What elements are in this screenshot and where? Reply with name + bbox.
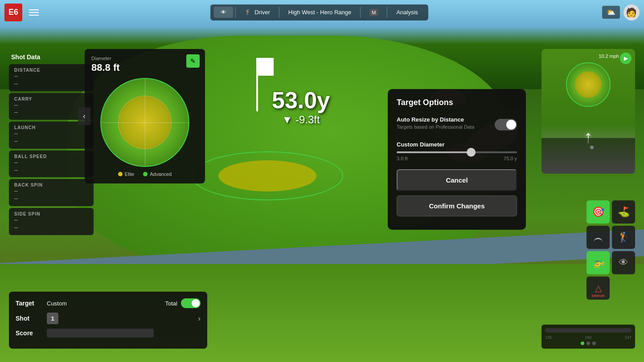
target-icon: 🎯 — [592, 206, 604, 218]
nav-analysis-btn[interactable]: Analysis — [390, 7, 424, 18]
auto-resize-toggle[interactable] — [495, 119, 517, 130]
weather-button[interactable]: ⛅ — [602, 6, 620, 19]
carry-label: CARRY — [14, 97, 88, 102]
distance-bar-track — [545, 328, 632, 333]
back-spin-value1: -- — [14, 187, 88, 195]
app-logo: E6 — [4, 4, 22, 21]
back-spin-label: BACK SPIN — [14, 183, 88, 187]
back-spin-value2: -- — [14, 195, 88, 203]
dot-indicators — [545, 342, 632, 345]
error-label: ERROR — [587, 294, 610, 298]
course-name-label: High West - Hero Range — [288, 9, 351, 16]
error-toolbar-btn[interactable]: △ ERROR — [587, 277, 610, 300]
club-name-label: Driver — [254, 9, 270, 16]
total-badge: Total — [165, 298, 201, 308]
shot-chevron[interactable]: › — [198, 314, 201, 323]
advanced-label: Advanced — [150, 171, 172, 177]
score-row: Score — [16, 329, 201, 338]
score-bar — [47, 329, 154, 338]
logo-text: E6 — [8, 8, 18, 17]
club-icon: 🏌 — [245, 9, 252, 16]
flag-toolbar-btn[interactable]: ⛳ — [612, 200, 635, 224]
nav-center: 👁 🏌 Driver High West - Hero Range M Anal… — [210, 4, 428, 20]
hamburger-line-1 — [29, 9, 39, 10]
slider-max-label: 75.0 y — [504, 156, 517, 161]
distance-bar-labels: 135 260 247 — [545, 335, 632, 340]
ball-speed-value2: -- — [14, 167, 88, 174]
auto-resize-label: Auto Resize by Distance — [397, 116, 474, 123]
eye-toolbar-btn[interactable]: 👁 — [612, 251, 635, 274]
target-row: Target Custom Total — [16, 298, 201, 308]
analysis-label: Analysis — [396, 9, 418, 16]
shot-data-title: Shot Data — [9, 53, 94, 61]
cancel-button[interactable]: Cancel — [397, 169, 517, 191]
slider-thumb[interactable] — [467, 148, 476, 157]
nav-driver-btn[interactable]: 🏌 Driver — [238, 7, 277, 18]
eye-icon: 👁 — [221, 9, 226, 16]
target-ellipse-inner — [218, 160, 316, 191]
club-toolbar-btn[interactable]: 🏌 — [612, 226, 635, 249]
ball-speed-label: BALL SPEED — [14, 154, 88, 159]
legend-advanced: Advanced — [143, 171, 172, 177]
ball-speed-stat: BALL SPEED -- -- — [9, 150, 94, 178]
nav-course-btn[interactable]: High West - Hero Range — [282, 7, 358, 18]
shot-data-panel: Shot Data DISTANCE -- -- CARRY -- -- LAU… — [9, 53, 94, 237]
dot-3 — [592, 342, 596, 345]
shot-label: Shot — [16, 315, 47, 322]
auto-resize-toggle-row: Auto Resize by Distance Targets based on… — [397, 116, 517, 133]
drone-toolbar-btn[interactable]: 🚁 — [587, 251, 610, 274]
crosshair-v — [145, 79, 145, 166]
side-spin-value1: -- — [14, 216, 88, 224]
chevron-left-btn[interactable]: ‹ — [78, 107, 90, 125]
carry-value1: -- — [14, 102, 88, 109]
target-value: Custom — [47, 300, 67, 307]
logo-area: E6 — [4, 4, 41, 21]
modal-title: Target Options — [397, 98, 517, 107]
distance-label: DISTANCE — [14, 68, 88, 73]
player-avatar[interactable]: 🧑 — [623, 4, 640, 20]
minimap-panel: 10.2 mph ▶ ↑ — [541, 49, 635, 174]
nav-divider-3 — [360, 7, 361, 18]
elite-label: Elite — [125, 171, 134, 177]
bar-label-2: 260 — [585, 335, 591, 340]
avatar-icon: 🧑 — [626, 7, 637, 18]
nav-right: ⛅ 🧑 — [602, 4, 640, 20]
hamburger-line-2 — [29, 12, 39, 13]
shot-number: 1 — [47, 313, 58, 324]
distance-value2: -- — [14, 80, 88, 88]
target-toolbar-btn[interactable]: 🎯 — [587, 200, 610, 224]
wind-icon: ▶ — [624, 55, 628, 61]
launch-value2: -- — [14, 138, 88, 145]
diameter-value: 88.8 ft — [91, 62, 198, 73]
arc-toolbar-btn[interactable] — [587, 226, 610, 249]
circle-display — [100, 78, 189, 167]
launch-value1: -- — [14, 130, 88, 138]
auto-resize-sublabel: Targets based on Professional Data — [397, 124, 474, 130]
flag-display — [256, 58, 258, 111]
custom-diameter-option: Custom Diameter 3.0 ft 75.0 y — [397, 141, 517, 161]
dot-2 — [587, 342, 590, 345]
mode-label: M — [369, 9, 378, 16]
auto-resize-option: Auto Resize by Distance Targets based on… — [397, 116, 517, 133]
side-spin-label: SIDE SPIN — [14, 212, 88, 216]
auto-resize-labels: Auto Resize by Distance Targets based on… — [397, 116, 474, 133]
advanced-dot — [143, 172, 148, 176]
arc-icon — [594, 238, 603, 242]
bar-label-3: 247 — [625, 335, 632, 340]
elite-dot — [118, 172, 123, 176]
distance-sub-value: -9.3ft — [295, 114, 320, 126]
distance-sub: ▼ -9.3ft — [272, 114, 330, 126]
nav-eye-btn[interactable]: 👁 — [214, 7, 233, 18]
target-ellipse-outer — [192, 151, 343, 200]
confirm-changes-button[interactable]: Confirm Changes — [397, 195, 517, 216]
distance-display: 53.0y ▼ -9.3ft — [272, 87, 330, 126]
nav-divider-2 — [279, 7, 279, 18]
distance-arrow: ▼ — [282, 114, 293, 126]
wind-direction-indicator: ▶ — [620, 53, 632, 64]
total-toggle[interactable] — [181, 298, 201, 308]
nav-mode-btn[interactable]: M — [363, 7, 385, 18]
custom-diameter-label: Custom Diameter — [397, 141, 517, 148]
edit-button[interactable]: ✎ — [186, 54, 200, 68]
hamburger-menu[interactable] — [27, 7, 41, 18]
wind-speed-label: 10.2 mph — [599, 53, 619, 59]
